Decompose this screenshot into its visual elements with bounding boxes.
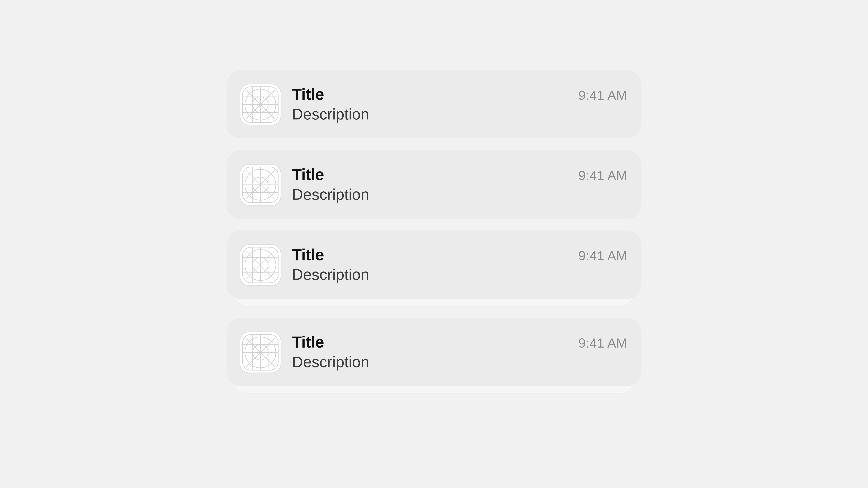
notification-description: Description [292, 105, 627, 123]
app-icon-placeholder-icon [240, 84, 281, 125]
notification-item[interactable]: Title 9:41 AM Description [226, 318, 642, 386]
notification-time: 9:41 AM [578, 88, 627, 103]
notification-list: Title 9:41 AM Description [226, 70, 642, 386]
notification-title: Title [292, 333, 324, 352]
app-icon-placeholder-icon [240, 164, 281, 205]
notification-title: Title [292, 85, 324, 104]
app-icon-placeholder-icon [240, 331, 281, 373]
notification-time: 9:41 AM [578, 168, 627, 183]
notification-title: Title [292, 166, 324, 184]
app-icon-placeholder-icon [240, 244, 281, 286]
notification-time: 9:41 AM [578, 335, 627, 351]
notification-description: Description [292, 353, 627, 371]
notification-item[interactable]: Title 9:41 AM Description [226, 231, 642, 299]
notification-title: Title [292, 246, 324, 264]
notification-description: Description [292, 185, 627, 203]
notification-item[interactable]: Title 9:41 AM Description [226, 70, 642, 138]
notification-item[interactable]: Title 9:41 AM Description [226, 151, 642, 219]
notification-description: Description [292, 265, 627, 284]
notification-time: 9:41 AM [578, 248, 627, 263]
